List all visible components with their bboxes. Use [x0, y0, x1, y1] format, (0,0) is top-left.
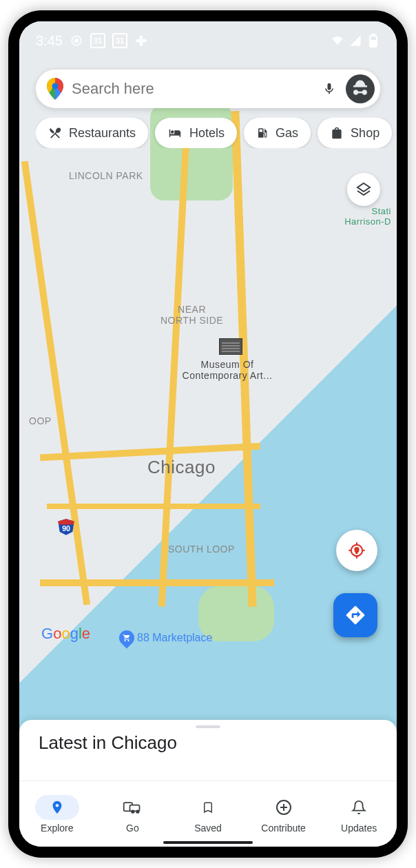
neighborhood-label: LINCOLN PARK [69, 170, 143, 181]
layers-button[interactable] [347, 173, 380, 206]
chip-label: Restaurants [69, 126, 136, 141]
sheet-title: Latest in Chicago [39, 732, 377, 754]
plus-circle-icon [275, 799, 292, 816]
google-logo: Google [41, 625, 90, 643]
neighborhood-label: NEAR NORTH SIDE [160, 304, 223, 326]
layers-icon [355, 181, 372, 198]
neighborhood-label: OOP [29, 415, 52, 426]
nav-go[interactable]: Go [95, 795, 171, 834]
svg-rect-4 [372, 34, 375, 36]
directions-icon [344, 604, 366, 626]
svg-text:?: ? [355, 546, 359, 555]
svg-point-6 [52, 83, 59, 90]
signal-icon [349, 34, 362, 48]
pinwheel-icon [134, 34, 148, 48]
road [40, 579, 274, 586]
calendar-icon: 31 [90, 33, 105, 48]
chip-label: Gas [275, 126, 298, 141]
screen: LINCOLN PARK NEAR NORTH SIDE OOP SOUTH L… [19, 21, 397, 847]
chip-restaurants[interactable]: Restaurants [36, 118, 148, 148]
search-bar[interactable] [36, 70, 380, 108]
nav-home-indicator [163, 841, 253, 844]
wifi-icon [331, 34, 344, 48]
category-chips-row[interactable]: Restaurants Hotels Gas Shop [36, 118, 397, 148]
shop-poi-pin[interactable]: 88 Marketplace [119, 630, 212, 645]
museum-icon [219, 338, 242, 355]
nav-updates[interactable]: Updates [321, 795, 397, 834]
svg-text:90: 90 [62, 524, 70, 533]
nav-label: Saved [194, 823, 222, 834]
chip-label: Hotels [189, 126, 225, 141]
shopping-pin-icon [116, 627, 137, 648]
chip-gas[interactable]: Gas [244, 118, 311, 148]
directions-button[interactable] [333, 593, 377, 637]
chip-label: Shop [351, 126, 379, 141]
poi-label: 88 Marketplace [137, 632, 212, 644]
voice-search-button[interactable] [315, 75, 343, 103]
svg-point-16 [132, 810, 135, 813]
search-input[interactable] [72, 80, 315, 98]
svg-point-17 [137, 810, 140, 813]
battery-icon [366, 34, 380, 48]
target-icon [70, 34, 83, 48]
bottom-sheet[interactable]: Latest in Chicago [19, 720, 397, 781]
svg-point-2 [75, 39, 79, 43]
road [21, 161, 90, 605]
nav-saved[interactable]: Saved [170, 795, 246, 834]
status-bar: 3:45 31 31 [19, 21, 397, 60]
calendar-icon: 31 [112, 33, 127, 48]
status-time: 3:45 [36, 33, 63, 49]
sheet-drag-handle[interactable] [196, 725, 220, 728]
restaurant-icon [48, 126, 62, 140]
incognito-profile-button[interactable] [346, 74, 375, 103]
gas-icon [256, 126, 269, 140]
interstate-shield-icon: 90 [56, 517, 76, 537]
crosshair-icon: ? [347, 541, 366, 560]
bookmark-icon [202, 799, 214, 816]
shopping-icon [330, 126, 344, 140]
svg-rect-5 [371, 41, 375, 45]
nav-label: Go [126, 823, 139, 834]
neighborhood-label: SOUTH LOOP [168, 544, 235, 555]
phone-frame: LINCOLN PARK NEAR NORTH SIDE OOP SOUTH L… [8, 10, 408, 858]
chip-shopping[interactable]: Shop [318, 118, 392, 148]
microphone-icon [322, 80, 336, 98]
bell-icon [351, 799, 366, 816]
pin-icon [50, 798, 65, 816]
incognito-icon [350, 79, 371, 99]
nav-explore[interactable]: Explore [19, 795, 95, 834]
hotel-icon [167, 127, 183, 139]
nav-label: Updates [341, 823, 377, 834]
city-label: Chicago [147, 457, 216, 478]
chip-hotels[interactable]: Hotels [155, 118, 237, 148]
nav-contribute[interactable]: Contribute [246, 795, 322, 834]
commute-icon [123, 800, 142, 815]
poi-label[interactable]: Museum Of Contemporary Art... [165, 359, 289, 381]
bottom-navigation: Explore Go Saved Contribute Updates [19, 781, 397, 847]
nav-label: Explore [41, 823, 73, 834]
nav-label: Contribute [261, 823, 306, 834]
locate-me-button[interactable]: ? [336, 530, 377, 571]
transit-label: Stati Harrison-D [344, 206, 391, 227]
maps-logo-icon [47, 78, 63, 100]
road [47, 504, 260, 509]
